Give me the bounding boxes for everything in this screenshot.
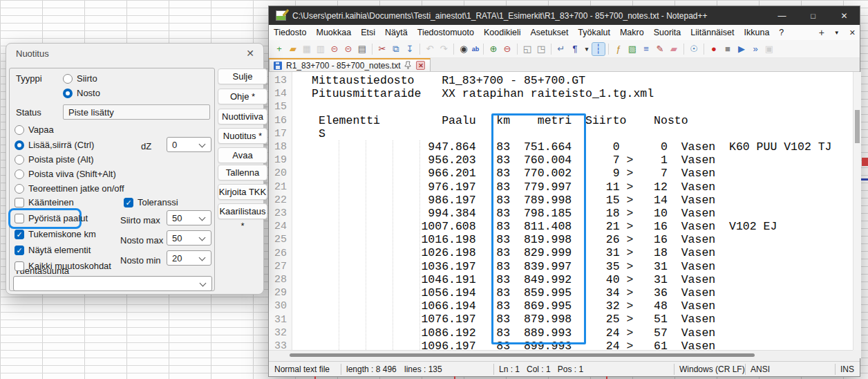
restore-position-1-icon[interactable]: ◱ xyxy=(521,43,534,55)
print-icon[interactable]: ▤ xyxy=(356,43,368,55)
minimize-icon[interactable]: — xyxy=(766,6,798,25)
document-list-icon[interactable]: ≡ xyxy=(640,43,652,55)
code-line[interactable]: Mittaustiedosto R1_83+700 - 85+700.GT xyxy=(312,74,853,87)
tukemiskone-km-checkbox[interactable]: ✓ xyxy=(15,230,24,239)
tab-list-dropdown-icon[interactable]: ▼ xyxy=(834,30,840,36)
menu-item-tiedosto[interactable]: Tiedosto xyxy=(269,25,311,40)
stop-macro-icon[interactable]: ■ xyxy=(721,43,734,55)
status-eol-format[interactable]: Windows (CR LF) xyxy=(679,364,745,374)
title-bar[interactable]: C:\Users\petri.kaihia\Documents\Testi_ai… xyxy=(269,6,860,25)
toleranssi-checkbox[interactable]: ✓ xyxy=(124,198,133,207)
kaarilistaus-button[interactable]: Kaarilistaus * xyxy=(218,203,267,219)
siirto-radio[interactable] xyxy=(63,74,73,84)
tallenna-button[interactable]: Tallenna xyxy=(218,165,267,181)
vapaa-radio[interactable] xyxy=(15,125,24,135)
menu-item-etsi[interactable]: Etsi xyxy=(356,25,380,40)
nosto-max-combo[interactable]: 50 xyxy=(167,230,211,246)
k-nteinen-checkbox[interactable] xyxy=(15,198,24,207)
indent-guide-line xyxy=(393,140,393,350)
n-yt-elementit-checkbox[interactable]: ✓ xyxy=(15,246,24,255)
show-symbol-dropdown-icon[interactable]: ▾ xyxy=(583,43,591,55)
word-wrap-icon[interactable]: ↵ xyxy=(555,43,567,55)
document-map-icon[interactable]: ▧ xyxy=(626,43,639,55)
close-all-icon[interactable]: ⊝ xyxy=(342,43,355,55)
indent-guide-icon[interactable]: ┆ xyxy=(592,43,605,55)
menu-item--[interactable]: ? xyxy=(774,25,789,40)
line-number: 30 xyxy=(269,299,287,313)
zoom-in-icon[interactable]: ⊕ xyxy=(487,43,500,55)
code-line[interactable]: S xyxy=(312,127,853,140)
tuentasuunta-combo[interactable] xyxy=(13,276,212,291)
menu-item-koodikieli[interactable]: Koodikieli xyxy=(479,25,526,40)
code-line[interactable]: Pituusmittaraide XX ratapihan raiteisto_… xyxy=(312,87,853,100)
menu-item-liit-nn-iset[interactable]: Liitännäiset xyxy=(686,25,739,40)
status-encoding[interactable]: ANSI xyxy=(751,364,770,374)
dz-combo[interactable]: 0 xyxy=(167,137,211,152)
new-tab-plus-icon[interactable]: + xyxy=(819,27,824,38)
siirto-max-combo[interactable]: 50 xyxy=(167,210,211,225)
replace-icon[interactable]: ab xyxy=(471,43,480,55)
record-macro-icon[interactable]: ● xyxy=(708,43,720,55)
zoom-out-icon[interactable]: ⊖ xyxy=(501,43,513,55)
restore-position-2-icon[interactable]: ◳ xyxy=(535,43,547,55)
function-list-icon[interactable]: ✎ xyxy=(654,43,666,55)
close-file-icon[interactable]: ⊝ xyxy=(328,43,341,55)
code-area[interactable]: Mittaustiedosto R1_83+700 - 85+700.GTPit… xyxy=(292,72,853,350)
save-file-icon[interactable]: ▦ xyxy=(301,43,313,55)
play-macro-icon[interactable]: ▶ xyxy=(735,43,748,55)
horizontal-scrollbar[interactable] xyxy=(269,350,853,358)
menu-item-tiedostomuoto[interactable]: Tiedostomuoto xyxy=(413,25,479,40)
dialog-close-icon[interactable]: ✕ xyxy=(246,48,254,59)
nosto-min-combo[interactable]: 20 xyxy=(167,250,211,266)
document-monitor-icon[interactable]: ☉ xyxy=(688,43,700,55)
py-rist-paalut-checkbox[interactable] xyxy=(15,214,24,223)
ohje-button[interactable]: Ohje * xyxy=(218,89,267,104)
find-icon[interactable]: ◉ xyxy=(457,43,470,55)
maximize-icon[interactable]: □ xyxy=(798,6,829,25)
avaa-button[interactable]: Avaa xyxy=(218,147,267,163)
code-line[interactable]: Elementti Paalu km metri Siirto Nosto xyxy=(312,114,853,127)
menu-item-makro[interactable]: Makro xyxy=(615,25,649,40)
menu-item-ikkuna[interactable]: Ikkuna xyxy=(739,25,775,40)
copy-icon[interactable]: ⧉ xyxy=(390,43,402,55)
sulje-button[interactable]: Sulje xyxy=(218,68,267,84)
close-tab-icon[interactable]: ✕ xyxy=(849,28,856,37)
code-line[interactable] xyxy=(312,100,853,113)
menu-item-n-yt-[interactable]: Näytä xyxy=(380,25,413,40)
save-all-icon[interactable]: ▥ xyxy=(314,43,327,55)
vertical-scrollbar-thumb[interactable] xyxy=(855,110,860,143)
undo-icon[interactable]: ↶ xyxy=(424,43,436,55)
siirto-radio-label: Siirto xyxy=(77,73,97,84)
status-insert-mode[interactable]: INS xyxy=(840,364,854,374)
horizontal-scrollbar-thumb[interactable] xyxy=(290,353,755,357)
kirjoita-tkk-button[interactable]: Kirjoita TKK * xyxy=(218,184,267,200)
run-macro-multiple-icon[interactable]: » xyxy=(749,43,762,55)
poista-piste-alt-radio[interactable] xyxy=(15,155,24,165)
teoreettinen-jatke-on-off-radio[interactable] xyxy=(15,184,24,194)
tab-close-icon[interactable]: ✕ xyxy=(416,61,425,70)
pin-icon[interactable] xyxy=(404,61,412,70)
show-all-characters-icon[interactable]: ¶ xyxy=(569,43,581,55)
nuotitus-button[interactable]: Nuotitus * xyxy=(218,128,267,144)
close-icon[interactable]: ✕ xyxy=(829,6,860,25)
redo-icon[interactable]: ↷ xyxy=(437,43,450,55)
cut-icon[interactable]: ✂ xyxy=(376,43,388,55)
kaikki-muutoskohdat-checkbox[interactable] xyxy=(15,261,24,271)
nosto-radio[interactable] xyxy=(63,89,73,98)
folder-as-workspace-icon[interactable]: ▰ xyxy=(668,43,680,55)
new-file-icon[interactable]: + xyxy=(273,43,285,55)
save-macro-icon[interactable]: ▣ xyxy=(763,43,775,55)
paste-icon[interactable]: ↧ xyxy=(404,43,416,55)
tab-active[interactable]: R1_83+700 - 85+700_notes.txt ✕ xyxy=(269,58,431,71)
run-script-icon[interactable]: ƒ xyxy=(612,43,625,55)
vertical-scrollbar[interactable] xyxy=(853,72,861,350)
poista-viiva-shift-alt-radio[interactable] xyxy=(15,169,24,179)
nuottiviiva-button[interactable]: Nuottiviiva xyxy=(218,109,267,124)
menu-item-asetukset[interactable]: Asetukset xyxy=(525,25,573,40)
menu-item-suorita[interactable]: Suorita xyxy=(649,25,686,40)
lis-siirr-ctrl-radio[interactable] xyxy=(15,140,24,150)
menu-item-muokkaa[interactable]: Muokkaa xyxy=(311,25,356,40)
open-file-icon[interactable]: ▰ xyxy=(287,43,299,55)
editor-area[interactable]: 1314151617181920212223242526272829303132… xyxy=(269,72,853,350)
menu-item-ty-kalut[interactable]: Työkalut xyxy=(573,25,615,40)
